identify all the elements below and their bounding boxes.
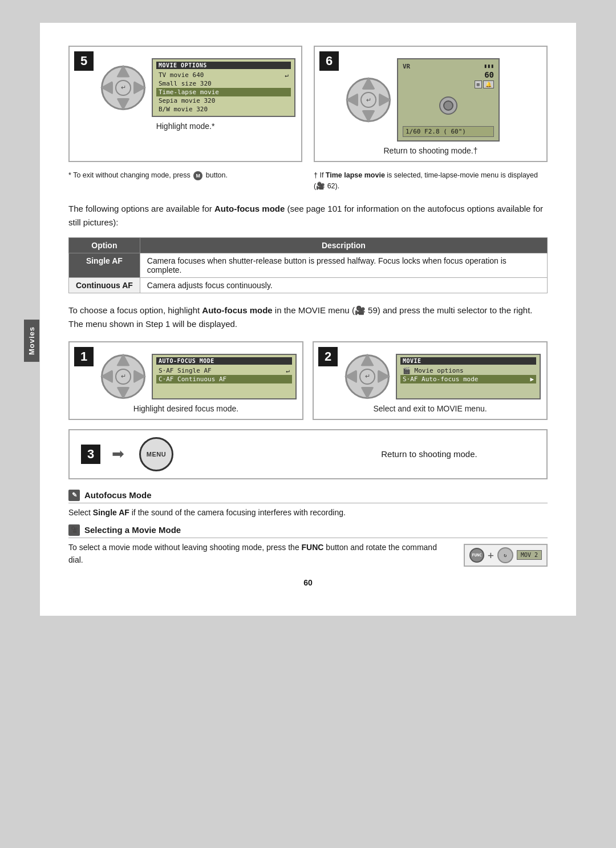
menu-button[interactable]: MENU	[139, 437, 173, 471]
step-2-box: 2 ↵ MOVIE 🎬 Movie options S·AF Auto-focu…	[313, 341, 548, 420]
step-1-box: 1 ↵ AUTO-FOCUS MODE S·AF Single AF ↵ C·A…	[68, 341, 303, 420]
table-row-1-option: Single AF	[69, 253, 140, 277]
tip-selecting-text: To select a movie mode without leaving s…	[68, 541, 452, 567]
bottom-row: To select a movie mode without leaving s…	[68, 541, 548, 567]
af-steps-row: 1 ↵ AUTO-FOCUS MODE S·AF Single AF ↵ C·A…	[68, 341, 548, 420]
side-tab: Movies	[24, 320, 39, 362]
dpad-1-center[interactable]: ↵	[115, 369, 131, 385]
step-3-content: ➡ MENU	[100, 437, 323, 471]
table-row-1-desc: Camera focuses when shutter-release butt…	[140, 253, 547, 277]
lcd-5-item-3: Sepia movie 320	[156, 96, 291, 105]
camera-screen-6: VR ▮▮▮ 60 ⊞ 🔔 1/60 F2.8 (	[397, 58, 500, 142]
counter-display: 60	[484, 70, 494, 79]
footnote-1-symbol: *	[68, 171, 73, 179]
tip-autofocus-title: Autofocus Mode	[84, 490, 152, 500]
footnote-1: * To exit without changing mode, press M…	[68, 170, 302, 192]
tip-selecting-header: 🎥 Selecting a Movie Mode	[68, 524, 548, 538]
page-content: Movies 5 ↵ MOVIE OPTIONS TV movie 640 ↵	[40, 23, 576, 616]
desc-bold: Auto-focus mode	[214, 204, 285, 213]
lcd-5-title: MOVIE OPTIONS	[156, 62, 291, 69]
lens-icon	[439, 96, 457, 115]
lcd-1-title: AUTO-FOCUS MODE	[156, 357, 292, 365]
step-5-number: 5	[74, 51, 94, 71]
func-button-icon: FUNC	[469, 548, 484, 563]
step-6-number: 6	[319, 51, 339, 71]
desc-pre: The following options are available for	[68, 204, 214, 213]
dpad-2-center[interactable]: ↵	[359, 369, 375, 385]
dpad-1: ↵	[100, 354, 146, 399]
step-3-number: 3	[81, 445, 100, 464]
icon1: ⊞	[475, 80, 482, 88]
table-row-2-option: Continuous AF	[69, 277, 140, 293]
tip-sel-pre: To select a movie mode without leaving s…	[68, 543, 302, 552]
lcd-5-item-0: TV movie 640 ↵	[156, 71, 291, 79]
plus-icon: +	[488, 549, 494, 561]
menu-icon-inline: M	[193, 171, 202, 180]
footnote-2-symbol: † If	[314, 171, 326, 179]
step-5-caption: Highlight mode.*	[75, 122, 295, 131]
lcd-5: MOVIE OPTIONS TV movie 640 ↵ Small size …	[152, 58, 295, 117]
dpad-center[interactable]: ↵	[115, 80, 131, 96]
step-3-caption: Return to shooting mode.	[381, 449, 477, 459]
footnote-2-bold: Time lapse movie	[326, 171, 385, 179]
step-5-content: ↵ MOVIE OPTIONS TV movie 640 ↵ Small siz…	[75, 53, 295, 117]
focus-pre: To choose a focus option, highlight	[68, 305, 202, 315]
footnotes: * To exit without changing mode, press M…	[68, 170, 548, 192]
lcd-2-item-0: 🎬 Movie options	[400, 366, 536, 375]
dpad-5: ↵	[100, 65, 146, 111]
step-2-caption: Select and exit to MOVIE menu.	[319, 404, 541, 413]
step-1-caption: Highlight desired focus mode.	[75, 404, 297, 413]
dpad-2: ↵	[345, 354, 390, 399]
bottom-camera-image: FUNC + ↻ MOV 2	[464, 544, 548, 567]
footnote-1-text: To exit without changing mode, press	[73, 171, 191, 179]
lens-inner	[443, 100, 453, 111]
tip-autofocus-header: ✎ Autofocus Mode	[68, 490, 548, 503]
lcd-2-item-1: S·AF Auto-focus mode▶	[400, 375, 536, 383]
lcd-1: AUTO-FOCUS MODE S·AF Single AF ↵ C·AF Co…	[152, 354, 297, 399]
focus-bold: Auto-focus mode	[202, 305, 272, 315]
lcd-5-item-4: B/W movie 320	[156, 105, 291, 114]
table-row-2-desc: Camera adjusts focus continuously.	[140, 277, 547, 293]
footnote-2: † If Time lapse movie is selected, time-…	[314, 170, 548, 192]
tip-sel-bold: FUNC	[302, 543, 324, 552]
step-2-content: ↵ MOVIE 🎬 Movie options S·AF Auto-focus …	[319, 348, 541, 399]
steps-row-top: 5 ↵ MOVIE OPTIONS TV movie 640 ↵ Small s…	[68, 46, 548, 162]
lcd-2-title: MOVIE	[400, 357, 536, 365]
step-6-content: ↵ VR ▮▮▮ 60 ⊞ 🔔	[321, 53, 541, 142]
tip-selecting-title: Selecting a Movie Mode	[84, 525, 181, 535]
page-number: 60	[68, 578, 548, 587]
table-row-1: Single AF Camera focuses when shutter-re…	[69, 253, 548, 277]
lcd-1-item-0: S·AF Single AF ↵	[156, 366, 292, 375]
lcd-2: MOVIE 🎬 Movie options S·AF Auto-focus mo…	[396, 354, 541, 399]
lcd-5-item-2: Time-lapse movie	[156, 88, 291, 96]
table-col1-header: Option	[69, 237, 140, 253]
battery-icon: ▮▮▮	[484, 63, 494, 69]
step-2-number: 2	[318, 347, 338, 366]
tip-autofocus-icon: ✎	[68, 490, 80, 501]
tip-af-bold: Single AF	[93, 508, 129, 517]
lcd-1-item-1: C·AF Continuous AF	[156, 375, 292, 383]
lcd-5-item-1: Small size 320	[156, 79, 291, 88]
tip-autofocus: ✎ Autofocus Mode Select Single AF if the…	[68, 490, 548, 519]
desc-paragraph: The following options are available for …	[68, 202, 548, 229]
cam-icons: ▮▮▮ 60 ⊞ 🔔	[475, 63, 494, 88]
icon2: 🔔	[483, 80, 494, 88]
step-5-box: 5 ↵ MOVIE OPTIONS TV movie 640 ↵ Small s…	[68, 46, 302, 162]
arrow-right-icon: ➡	[112, 445, 124, 463]
tip-selecting-icon: 🎥	[68, 524, 80, 536]
step-6-caption: Return to shooting mode.†	[321, 146, 541, 155]
table-col2-header: Description	[140, 237, 547, 253]
focus-text: To choose a focus option, highlight Auto…	[68, 304, 548, 331]
dpad-6-center[interactable]: ↵	[360, 92, 376, 108]
footnote-1-text2: button.	[206, 171, 228, 179]
dpad-6: ↵	[346, 77, 391, 123]
step-1-content: ↵ AUTO-FOCUS MODE S·AF Single AF ↵ C·AF …	[75, 348, 297, 399]
shooting-info: 1/60 F2.8 ( 60")	[403, 126, 494, 137]
vr-label: VR	[403, 63, 410, 88]
step-6-box: 6 ↵ VR ▮▮▮ 60	[314, 46, 548, 162]
tip-autofocus-text: Select Single AF if the sound of the cam…	[68, 506, 548, 519]
step-3-row: 3 ➡ MENU Return to shooting mode.	[68, 429, 548, 479]
step-1-number: 1	[74, 347, 94, 366]
table-row-2: Continuous AF Camera adjusts focus conti…	[69, 277, 548, 293]
step-3-caption-area: Return to shooting mode.	[323, 449, 535, 459]
